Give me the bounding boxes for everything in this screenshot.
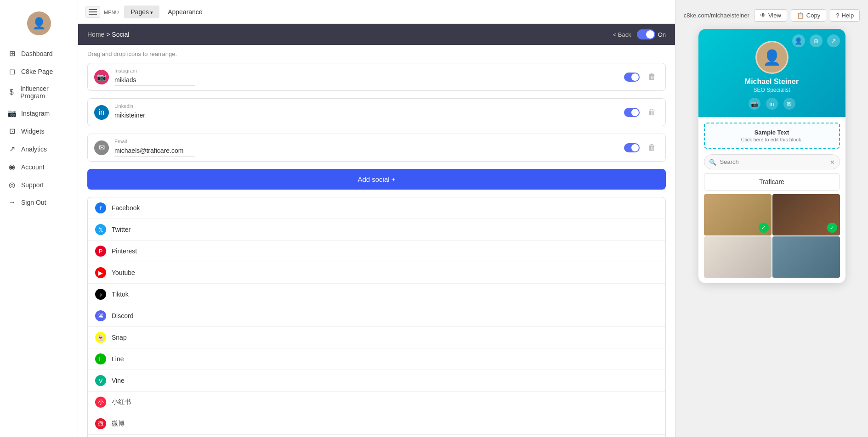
linkedin-toggle[interactable] xyxy=(624,108,640,117)
preview-panel: c8ke.com/michaelsteiner 👁 View 📋 Copy ? … xyxy=(675,0,868,437)
dashboard-icon: ⊞ xyxy=(7,49,17,58)
微博-dropdown-label: 微博 xyxy=(112,420,125,428)
instagram-delete-button[interactable]: 🗑 xyxy=(645,71,659,83)
sidebar-item-instagram[interactable]: 📷Instagram xyxy=(0,104,78,122)
sidebar-item-sign-out[interactable]: →Sign Out xyxy=(0,194,78,211)
sidebar-label-support: Support xyxy=(21,181,44,189)
Discord-dropdown-label: Discord xyxy=(112,312,133,319)
Discord-dropdown-icon: ⌘ xyxy=(95,310,106,321)
sample-text-block[interactable]: Sample Text Click here to edit this bloc… xyxy=(704,123,840,149)
instagram-icon: 📷 xyxy=(94,70,109,84)
sidebar-item-account[interactable]: ◉Account xyxy=(0,158,78,176)
Youtube-dropdown-label: Youtube xyxy=(112,269,135,276)
user-avatar-container: 👤 xyxy=(0,5,78,45)
dropdown-item-telegram[interactable]: ✈Telegram xyxy=(88,435,665,437)
dropdown-item-snap[interactable]: 👻Snap xyxy=(88,327,665,348)
sidebar-item-influencer[interactable]: $Influencer Program xyxy=(0,80,78,104)
account-icon: ◉ xyxy=(7,162,17,171)
social-row-email: ✉ Email 🗑 xyxy=(87,134,666,162)
menu-button[interactable] xyxy=(85,6,100,18)
search-block: 🔍 ✕ xyxy=(704,154,840,169)
add-social-button[interactable]: Add social + xyxy=(87,169,666,190)
toggle-track[interactable] xyxy=(637,29,655,39)
profile-social-icons: 📷 in ✉ xyxy=(749,98,795,110)
grid-image-2-icon: ✓ xyxy=(827,223,837,233)
social-row-instagram: 📷 Instagram 🗑 xyxy=(87,63,666,91)
phone-mockup: 👤 ⊕ ↗ 👤 Michael Steiner SEO Specialist 📷… xyxy=(698,29,845,283)
dropdown-item-twitter[interactable]: 𝕏Twitter xyxy=(88,219,665,241)
help-icon: ? xyxy=(836,12,839,19)
Tiktok-dropdown-label: Tiktok xyxy=(112,291,129,298)
help-button[interactable]: ? Help xyxy=(830,9,860,22)
tab-pages[interactable]: Pages xyxy=(124,6,159,18)
Vine-dropdown-icon: V xyxy=(95,375,106,386)
view-button[interactable]: 👁 View xyxy=(754,9,787,22)
dropdown-item-vine[interactable]: VVine xyxy=(88,370,665,392)
grid-image-3 xyxy=(704,236,772,278)
Facebook-dropdown-icon: f xyxy=(95,202,106,213)
tab-appearance[interactable]: Appearance xyxy=(161,6,209,18)
share-icon[interactable]: ↗ xyxy=(827,34,840,47)
instagram-input[interactable] xyxy=(114,74,195,86)
breadcrumb: Home > Social xyxy=(87,31,129,38)
sidebar-label-c8ke-page: C8ke Page xyxy=(21,68,53,75)
linkedin-field-wrap: Linkedin xyxy=(114,103,618,121)
preview-url[interactable]: c8ke.com/michaelsteiner xyxy=(684,12,749,19)
social-rows-container: 📷 Instagram 🗑 in Linkedin xyxy=(78,63,675,162)
sidebar-item-dashboard[interactable]: ⊞Dashboard xyxy=(0,45,78,62)
linkedin-input[interactable] xyxy=(114,110,195,121)
Line-dropdown-label: Line xyxy=(112,355,124,363)
sidebar-label-influencer: Influencer Program xyxy=(20,85,70,100)
grid-image-4 xyxy=(772,236,840,278)
Vine-dropdown-label: Vine xyxy=(112,377,125,384)
drag-hint: Drag and drop icons to rearrange. xyxy=(78,45,675,63)
search-clear-icon[interactable]: ✕ xyxy=(830,158,835,165)
dropdown-item-facebook[interactable]: fFacebook xyxy=(88,197,665,219)
grid-image-1: ✓ xyxy=(704,194,772,235)
dropdown-item-line[interactable]: LLine xyxy=(88,348,665,370)
avatar[interactable]: 👤 xyxy=(27,11,51,35)
top-nav: MENU Pages Appearance xyxy=(78,0,675,24)
location-icon[interactable]: ⊕ xyxy=(810,34,823,47)
profile-avatar: 👤 xyxy=(755,41,789,74)
sidebar-item-support[interactable]: ◎Support xyxy=(0,176,78,194)
email-input[interactable] xyxy=(114,145,195,157)
preview-search-input[interactable] xyxy=(704,154,840,169)
sidebar-item-analytics[interactable]: ↗Analytics xyxy=(0,140,78,158)
preview-topbar: c8ke.com/michaelsteiner 👁 View 📋 Copy ? … xyxy=(684,9,860,22)
linkedin-delete-button[interactable]: 🗑 xyxy=(645,106,659,118)
page-area: Home > Social < Back On Drag and drop ic… xyxy=(78,24,675,437)
linkedin-label: Linkedin xyxy=(114,103,618,109)
dropdown-item-tiktok[interactable]: ♪Tiktok xyxy=(88,284,665,305)
grid-image-2: ✓ xyxy=(772,194,840,235)
image-grid: ✓ ✓ xyxy=(704,194,840,278)
profile-email-icon[interactable]: ✉ xyxy=(783,98,795,110)
breadcrumb-home[interactable]: Home xyxy=(87,31,104,38)
dropdown-item-[interactable]: 小小红书 xyxy=(88,392,665,413)
email-toggle[interactable] xyxy=(624,143,640,152)
social-dropdown-menu: fFacebook𝕏TwitterPPinterest▶Youtube♪Tikt… xyxy=(87,197,666,437)
sidebar: 👤 ⊞Dashboard◻C8ke Page$Influencer Progra… xyxy=(0,0,78,437)
page-toggle[interactable]: On xyxy=(637,29,666,39)
dropdown-item-pinterest[interactable]: PPinterest xyxy=(88,241,665,262)
Pinterest-dropdown-icon: P xyxy=(95,246,106,257)
sidebar-item-widgets[interactable]: ⊡Widgets xyxy=(0,122,78,140)
dropdown-item-[interactable]: 微微博 xyxy=(88,413,665,435)
小红书-dropdown-icon: 小 xyxy=(95,397,106,408)
back-button[interactable]: < Back xyxy=(613,31,631,38)
profile-linkedin-icon[interactable]: in xyxy=(766,98,778,110)
traficare-button[interactable]: Traficare xyxy=(704,173,840,190)
copy-button[interactable]: 📋 Copy xyxy=(791,9,826,22)
instagram-label: Instagram xyxy=(114,68,618,73)
dropdown-item-youtube[interactable]: ▶Youtube xyxy=(88,262,665,284)
email-delete-button[interactable]: 🗑 xyxy=(645,142,659,153)
breadcrumb-bar: Home > Social < Back On xyxy=(78,24,675,45)
instagram-toggle[interactable] xyxy=(624,73,640,82)
profile-instagram-icon[interactable]: 📷 xyxy=(749,98,760,110)
person-icon[interactable]: 👤 xyxy=(792,34,805,47)
Tiktok-dropdown-icon: ♪ xyxy=(95,289,106,300)
sidebar-item-c8ke-page[interactable]: ◻C8ke Page xyxy=(0,62,78,80)
sample-text-subtitle: Click here to edit this block. xyxy=(710,137,834,142)
dropdown-item-discord[interactable]: ⌘Discord xyxy=(88,305,665,327)
Line-dropdown-icon: L xyxy=(95,353,106,364)
